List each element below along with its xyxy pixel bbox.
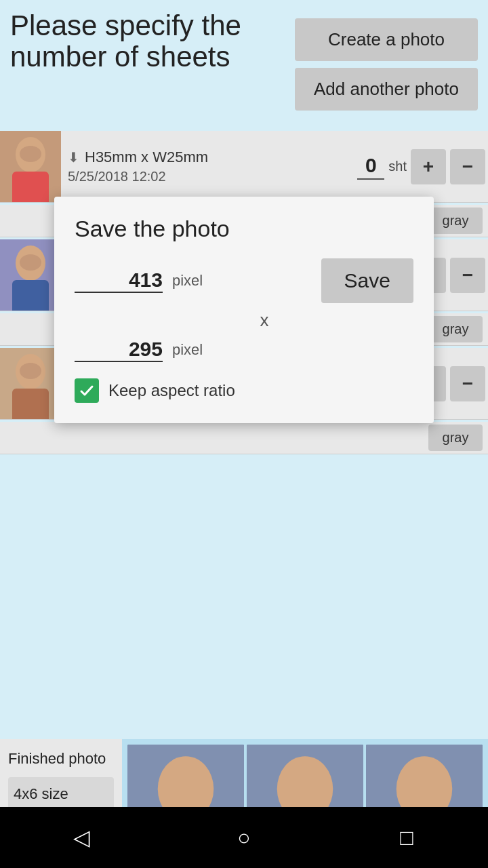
- save-photo-modal: Save the photo pixel Save x pixel Keep a…: [54, 197, 434, 423]
- photo-info-1: ⬇ H35mm x W25mm 5/25/2018 12:02: [61, 144, 357, 189]
- recent-icon: □: [400, 825, 413, 850]
- finished-label: Finished photo: [8, 750, 114, 768]
- modal-overlay: Save the photo pixel Save x pixel Keep a…: [0, 197, 488, 423]
- keep-ratio-label: Keep aspect ratio: [108, 381, 235, 400]
- create-photo-button[interactable]: Create a photo: [295, 18, 478, 61]
- sheet-label-1: sht: [388, 159, 407, 174]
- navigation-bar: ◁ ○ □: [0, 807, 488, 868]
- modal-height-row: pixel: [75, 338, 413, 362]
- download-icon-1: ⬇: [68, 149, 79, 165]
- recent-apps-button[interactable]: □: [380, 817, 434, 858]
- sheet-controls-1: 0 sht + −: [357, 149, 488, 184]
- photo-size-row-1: ⬇ H35mm x W25mm: [68, 149, 350, 166]
- back-button[interactable]: ◁: [54, 817, 108, 858]
- add-another-photo-button[interactable]: Add another photo: [295, 68, 478, 111]
- modal-width-row: pixel Save: [75, 258, 413, 303]
- width-input[interactable]: [75, 269, 163, 293]
- height-input[interactable]: [75, 338, 163, 362]
- photo-date-1: 5/25/2018 12:02: [68, 169, 350, 184]
- photo-thumbnail-1: [0, 131, 61, 202]
- sheet-count-1: 0: [357, 154, 384, 180]
- modal-body: pixel Save x pixel Keep aspect ratio: [75, 258, 413, 403]
- top-section: Please specify the number of sheets Crea…: [0, 0, 488, 129]
- page-title: Please specify the number of sheets: [10, 10, 288, 73]
- color-badge-3: gray: [428, 425, 483, 451]
- photo-size-1: H35mm x W25mm: [85, 149, 208, 166]
- back-icon: ◁: [73, 825, 90, 850]
- keep-ratio-checkbox[interactable]: [75, 378, 99, 403]
- save-button[interactable]: Save: [321, 258, 413, 303]
- width-pixel-label: pixel: [172, 272, 203, 290]
- buttons-area: Create a photo Add another photo: [291, 7, 481, 122]
- home-icon: ○: [237, 825, 250, 850]
- home-button[interactable]: ○: [217, 817, 271, 858]
- modal-title: Save the photo: [75, 216, 413, 242]
- table-row: ⬇ H35mm x W25mm 5/25/2018 12:02 0 sht + …: [0, 131, 488, 203]
- increment-button-1[interactable]: +: [411, 149, 446, 184]
- svg-point-3: [20, 146, 41, 162]
- decrement-button-1[interactable]: −: [450, 149, 485, 184]
- color-row-3: gray: [0, 422, 488, 454]
- checkmark-icon: [79, 382, 95, 399]
- keep-ratio-row: Keep aspect ratio: [75, 378, 413, 403]
- x-separator: x: [115, 310, 413, 331]
- title-area: Please specify the number of sheets: [7, 7, 291, 122]
- height-pixel-label: pixel: [172, 341, 203, 359]
- person-icon-1: [0, 131, 61, 202]
